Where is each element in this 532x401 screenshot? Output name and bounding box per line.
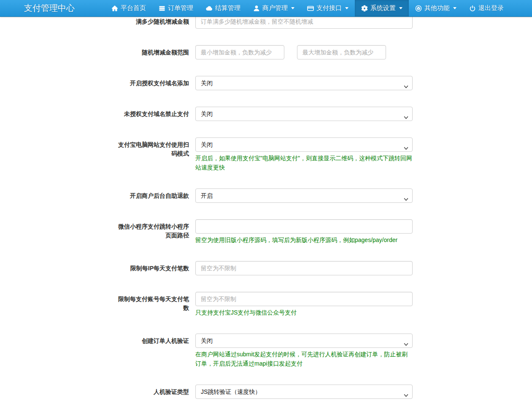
account-daily-pay-limit-input[interactable]: [195, 292, 413, 306]
nav-item-结算管理[interactable]: 结算管理: [200, 0, 247, 16]
nav-item-label: 支付接口: [316, 4, 342, 12]
nav-item-label: 平台首页: [121, 4, 146, 12]
form-row-merchant-self-refund: 开启商户后台自助退款 开启: [117, 188, 421, 203]
field-label: 微信小程序支付跳转小程序页面路径: [117, 219, 189, 245]
nav-item-label: 系统设置: [370, 4, 396, 12]
field-control: 只支持支付宝JS支付与微信公众号支付: [195, 292, 413, 317]
alipay-pc-qrcode-mode-select[interactable]: 关闭: [195, 137, 413, 152]
field-label: 创建订单人机验证: [117, 334, 189, 368]
top-navbar: 支付管理中心 平台首页订单管理结算管理商户管理支付接口系统设置其他功能退出登录: [0, 0, 532, 17]
help-text: 只支持支付宝JS支付与微信公众号支付: [195, 308, 413, 317]
nav-item-支付接口[interactable]: 支付接口: [301, 0, 355, 16]
nav-item-label: 其他功能: [424, 4, 450, 12]
ip-daily-pay-limit-input[interactable]: [195, 261, 413, 275]
help-text: 留空为使用旧版小程序源码，填写后为新版小程序源码，例如pages/pay/ord…: [195, 235, 413, 245]
caret-down-icon: [291, 7, 294, 9]
random-adjust-max-input[interactable]: [297, 45, 386, 59]
power-icon: [469, 5, 476, 12]
nav-item-label: 订单管理: [168, 4, 193, 12]
field-label: 支付宝电脑网站支付使用扫码模式: [117, 137, 189, 172]
field-label: 人机验证类型: [117, 385, 189, 399]
nav-item-系统设置[interactable]: 系统设置: [355, 0, 409, 16]
form-row-captcha-type: 人机验证类型 JS跳转验证（速度快）: [117, 385, 421, 399]
field-label: 随机增减金额范围: [117, 45, 189, 59]
list-icon: [159, 5, 165, 12]
caret-down-icon: [399, 7, 402, 9]
field-control: [195, 261, 413, 275]
form-row-auth-pay-domain-add: 开启授权支付域名添加 关闭: [117, 76, 421, 90]
merchant-self-refund-select[interactable]: 开启: [195, 188, 413, 203]
nav-item-label: 退出登录: [478, 4, 504, 12]
field-label: 开启商户后台自助退款: [117, 188, 189, 203]
form-row-alipay-pc-qrcode-mode: 支付宝电脑网站支付使用扫码模式 关闭 开启后，如果使用支付宝"电脑网站支付"，则…: [117, 137, 421, 172]
field-label: 开启授权支付域名添加: [117, 76, 189, 90]
help-text: 在商户网站通过submit发起支付的时候，可先进行人机验证再创建订单，防止被刷订…: [195, 350, 413, 368]
caret-down-icon: [345, 7, 348, 9]
caret-down-icon: [453, 7, 456, 9]
cloud-icon: [206, 5, 213, 12]
auth-pay-domain-add-select[interactable]: 关闭: [195, 76, 413, 90]
field-control: 关闭: [195, 107, 413, 121]
captcha-type-select[interactable]: JS跳转验证（速度快）: [195, 385, 413, 399]
form-row-ip-daily-pay-limit: 限制每IP每天支付笔数: [117, 261, 421, 275]
field-control: 关闭 在商户网站通过submit发起支付的时候，可先进行人机验证再创建订单，防止…: [195, 334, 413, 368]
credit-card-icon: [307, 5, 314, 12]
navbar-menu: 平台首页订单管理结算管理商户管理支付接口系统设置其他功能退出登录: [105, 0, 532, 16]
form-row-order-captcha: 创建订单人机验证 关闭 在商户网站通过submit发起支付的时候，可先进行人机验…: [117, 334, 421, 368]
field-control: 留空为使用旧版小程序源码，填写后为新版小程序源码，例如pages/pay/ord…: [195, 219, 413, 245]
nav-item-退出登录[interactable]: 退出登录: [463, 0, 510, 16]
nav-item-其他功能[interactable]: 其他功能: [409, 0, 463, 16]
nav-item-label: 商户管理: [262, 4, 288, 12]
home-icon: [111, 5, 118, 12]
random-adjust-min-input[interactable]: [195, 45, 284, 59]
form-row-wxmini-page-path: 微信小程序支付跳转小程序页面路径 留空为使用旧版小程序源码，填写后为新版小程序源…: [117, 219, 421, 245]
field-control: 关闭: [195, 76, 413, 90]
form-row-random-adjust-range: 随机增减金额范围: [117, 45, 421, 59]
user-icon: [253, 5, 260, 12]
wxmini-page-path-input[interactable]: [195, 219, 413, 234]
cube-icon: [415, 5, 422, 12]
field-label: 限制每支付账号每天支付笔数: [117, 292, 189, 317]
field-label: 未授权支付域名禁止支付: [117, 107, 189, 121]
field-label: 限制每IP每天支付笔数: [117, 261, 189, 275]
field-control: 关闭 开启后，如果使用支付宝"电脑网站支付"，则直接显示二维码，这种模式下跳转回…: [195, 137, 413, 172]
form-row-unauth-domain-block-pay: 未授权支付域名禁止支付 关闭: [117, 107, 421, 121]
unauth-domain-block-pay-select[interactable]: 关闭: [195, 107, 413, 121]
nav-item-商户管理[interactable]: 商户管理: [247, 0, 301, 16]
settings-form: 满多少随机增减金额 随机增减金额范围 开启授权支付域名添加 关闭 未授权支付域名…: [117, 14, 421, 401]
gear-icon: [361, 5, 368, 12]
nav-item-订单管理[interactable]: 订单管理: [152, 0, 200, 16]
nav-item-平台首页[interactable]: 平台首页: [105, 0, 152, 16]
field-control: [195, 45, 413, 59]
order-captcha-select[interactable]: 关闭: [195, 334, 413, 348]
nav-item-label: 结算管理: [215, 4, 240, 12]
field-control: 开启: [195, 188, 413, 203]
form-row-account-daily-pay-limit: 限制每支付账号每天支付笔数 只支持支付宝JS支付与微信公众号支付: [117, 292, 421, 317]
field-control: JS跳转验证（速度快）: [195, 385, 413, 399]
help-text: 开启后，如果使用支付宝"电脑网站支付"，则直接显示二维码，这种模式下跳转回网站速…: [195, 153, 413, 172]
app-brand[interactable]: 支付管理中心: [0, 0, 83, 16]
